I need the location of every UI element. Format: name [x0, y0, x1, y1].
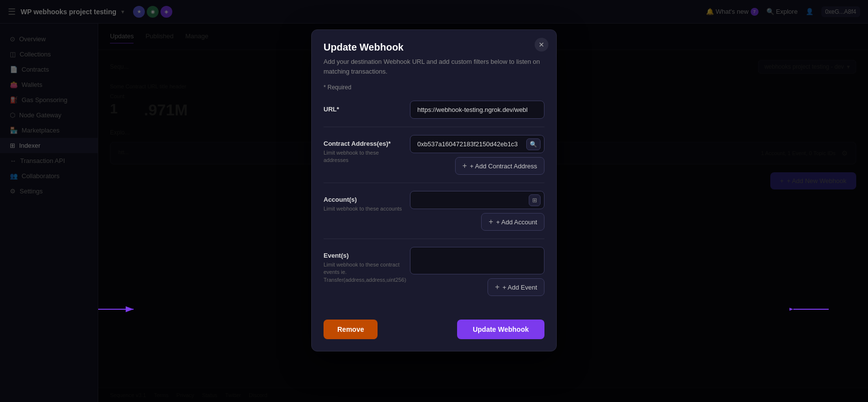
divider-2 [324, 183, 544, 183]
modal-subtitle: Add your destination Webhook URL and add… [324, 57, 544, 76]
url-label: URL* [324, 106, 402, 113]
modal-header: Update Webhook Add your destination Webh… [312, 30, 556, 84]
add-contract-address-button[interactable]: + + Add Contract Address [455, 157, 544, 175]
account-input-wrapper: ⊞ [410, 191, 544, 209]
events-form-row: Event(s) Limit webhook to these contract… [324, 247, 544, 296]
url-input[interactable] [410, 101, 544, 119]
update-webhook-button[interactable]: Update Webhook [457, 320, 544, 339]
account-sublabel: Limit webhook to these accounts [324, 205, 402, 213]
required-note: * Required [324, 84, 544, 91]
contract-input-col: 🔍 + + Add Contract Address [410, 135, 544, 175]
events-input-col: + + Add Event [410, 247, 544, 296]
search-icon: 🔍 [530, 141, 537, 148]
events-input-wrapper [410, 247, 544, 274]
add-event-button[interactable]: + + Add Event [488, 278, 544, 296]
contract-search-button[interactable]: 🔍 [526, 138, 541, 150]
account-input[interactable] [410, 191, 544, 209]
account-grid-button[interactable]: ⊞ [529, 194, 541, 206]
contract-input-wrapper: 🔍 [410, 135, 544, 153]
divider-3 [324, 239, 544, 239]
account-form-row: Account(s) Limit webhook to these accoun… [324, 191, 544, 231]
add-account-button[interactable]: + + Add Account [481, 213, 544, 231]
url-form-row: URL* [324, 101, 544, 119]
contract-label: Contract Address(es)* [324, 140, 402, 147]
events-input[interactable] [410, 247, 544, 274]
modal-footer: Remove Update Webhook [312, 312, 556, 351]
modal-scroll-area[interactable]: * Required URL* Contrac [312, 84, 556, 312]
plus-icon-3: + [495, 283, 499, 292]
contract-sublabel: Limit webhook to these addresses [324, 149, 402, 164]
account-label-col: Account(s) Limit webhook to these accoun… [324, 191, 402, 213]
remove-button[interactable]: Remove [324, 320, 378, 339]
contract-address-input[interactable] [410, 135, 544, 153]
plus-icon-2: + [488, 217, 493, 226]
grid-icon: ⊞ [532, 197, 537, 204]
update-webhook-modal: Update Webhook Add your destination Webh… [311, 29, 557, 351]
divider-1 [324, 127, 544, 127]
contract-form-row: Contract Address(es)* Limit webhook to t… [324, 135, 544, 175]
right-arrow-indicator [789, 304, 829, 314]
account-label: Account(s) [324, 196, 402, 203]
url-label-col: URL* [324, 101, 402, 115]
url-input-col [410, 101, 544, 119]
events-sublabel: Limit webhook to these contract events i… [324, 261, 402, 284]
modal-backdrop: Update Webhook Add your destination Webh… [0, 0, 868, 402]
events-label-col: Event(s) Limit webhook to these contract… [324, 247, 402, 284]
contract-label-col: Contract Address(es)* Limit webhook to t… [324, 135, 402, 164]
left-arrow-indicator [98, 304, 137, 314]
plus-icon: + [462, 161, 467, 170]
events-label: Event(s) [324, 252, 402, 259]
modal-close-button[interactable]: ✕ [535, 38, 548, 52]
bottom-spacer [324, 304, 544, 312]
modal-title: Update Webhook [324, 42, 544, 53]
url-input-wrapper [410, 101, 544, 119]
account-input-col: ⊞ + + Add Account [410, 191, 544, 231]
